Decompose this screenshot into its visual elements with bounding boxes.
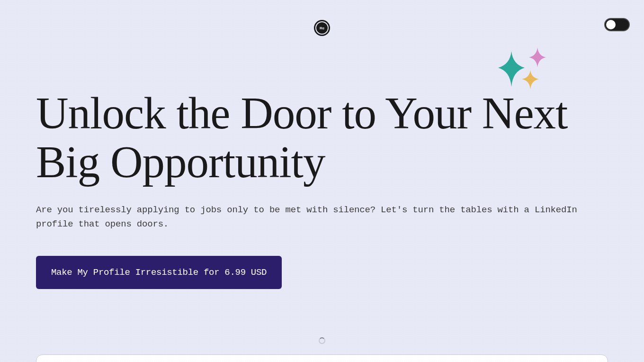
headline: Unlock the Door to Your Next Big Opportu… (36, 89, 608, 186)
logo-text: Re (320, 26, 324, 30)
header: Re (0, 0, 644, 38)
content-card (36, 354, 608, 362)
sparkles-icon (497, 46, 549, 99)
subheadline: Are you tirelessly applying to jobs only… (36, 203, 608, 231)
loading-area (36, 337, 608, 344)
theme-toggle[interactable] (604, 18, 630, 31)
theme-toggle-knob (606, 20, 616, 29)
cta-button[interactable]: Make My Profile Irresistible for 6.99 US… (36, 256, 282, 289)
theme-toggle-container (604, 18, 630, 31)
logo[interactable]: Re (314, 20, 330, 36)
spinner-icon (319, 337, 325, 344)
hero-section: Unlock the Door to Your Next Big Opportu… (0, 38, 644, 344)
